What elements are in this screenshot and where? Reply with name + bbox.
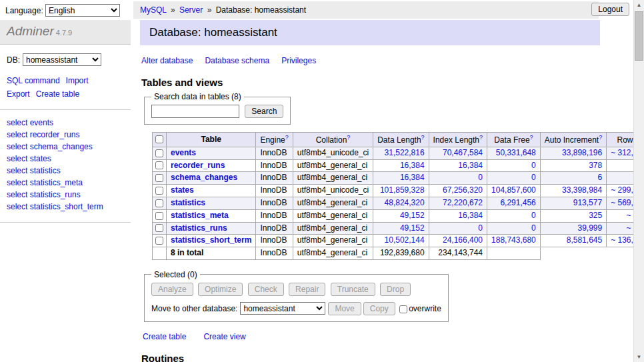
optimize-button[interactable]: Optimize <box>198 283 243 296</box>
auto-increment-link[interactable]: 325 <box>589 211 602 220</box>
data-free-link[interactable]: 188,743,680 <box>491 235 536 245</box>
scrollbar-thumb[interactable] <box>635 11 643 61</box>
table-name-link[interactable]: states <box>171 185 194 195</box>
sidebar-table-link[interactable]: select statistics_runs <box>7 189 124 201</box>
create-view-link[interactable]: Create view <box>203 332 245 341</box>
column-help-link[interactable]: ? <box>421 134 425 141</box>
column-help-link[interactable]: ? <box>479 134 483 141</box>
search-button[interactable]: Search <box>245 105 283 118</box>
data-free-link[interactable]: 0 <box>531 211 536 220</box>
copy-button[interactable]: Copy <box>363 302 395 315</box>
auto-increment-link[interactable]: 39,999 <box>577 223 602 233</box>
data-free-link[interactable]: 0 <box>531 223 536 233</box>
engine-cell: InnoDB <box>256 235 293 247</box>
search-input[interactable] <box>151 105 239 118</box>
overwrite-label[interactable]: overwrite <box>409 304 441 313</box>
sidebar-table-link[interactable]: select statistics_short_term <box>7 201 124 213</box>
data-length-link[interactable]: 49,152 <box>400 211 425 220</box>
table-name-link[interactable]: schema_changes <box>171 173 237 182</box>
sidebar-link-export[interactable]: Export <box>7 89 30 99</box>
select-all-checkbox[interactable] <box>155 135 163 143</box>
auto-increment-link[interactable]: 378 <box>589 161 602 170</box>
table-name-link[interactable]: statistics_meta <box>171 211 229 220</box>
overwrite-checkbox[interactable] <box>399 305 407 313</box>
index-length-link[interactable]: 0 <box>478 223 483 233</box>
sidebar-table-link[interactable]: select statistics_meta <box>7 177 124 189</box>
row-checkbox[interactable] <box>155 212 163 220</box>
check-button[interactable]: Check <box>248 283 284 296</box>
row-checkbox[interactable] <box>155 187 163 195</box>
table-name-link[interactable]: statistics_short_term <box>171 235 251 245</box>
app-name[interactable]: Adminer <box>7 24 54 38</box>
row-checkbox[interactable] <box>155 199 163 207</box>
auto-increment-link[interactable]: 8,581,645 <box>567 235 602 245</box>
row-checkbox[interactable] <box>155 224 163 232</box>
index-length-link[interactable]: 0 <box>478 173 483 182</box>
breadcrumb-server-link[interactable]: Server <box>179 5 203 15</box>
table-name-link[interactable]: recorder_runs <box>171 161 225 170</box>
data-free-link[interactable]: 0 <box>531 161 536 170</box>
db-select[interactable]: homeassistant <box>23 53 101 66</box>
privileges-link[interactable]: Privileges <box>281 56 316 65</box>
truncate-button[interactable]: Truncate <box>331 283 375 296</box>
table-name-link[interactable]: statistics <box>171 198 205 207</box>
table-row: statistics_short_termInnoDButf8mb4_gener… <box>153 235 644 247</box>
row-checkbox[interactable] <box>155 161 163 169</box>
auto-increment-link[interactable]: 33,398,984 <box>562 185 602 195</box>
data-length-link[interactable]: 49,152 <box>400 223 425 233</box>
breadcrumb-mysql-link[interactable]: MySQL <box>140 5 167 15</box>
logout-button[interactable]: Logout <box>591 3 629 16</box>
data-free-link[interactable]: 6,291,456 <box>500 198 535 207</box>
index-length-link[interactable]: 24,166,400 <box>443 235 483 245</box>
sidebar-link-create-table[interactable]: Create table <box>36 89 79 99</box>
vertical-scrollbar[interactable]: ▲ ▼ <box>633 0 644 362</box>
table-name-link[interactable]: statistics_runs <box>171 223 227 233</box>
data-free-link[interactable]: 50,331,648 <box>496 148 536 157</box>
auto-increment-link[interactable]: 913,577 <box>573 198 602 207</box>
data-length-link[interactable]: 31,522,816 <box>385 148 425 157</box>
index-length-link[interactable]: 70,467,584 <box>443 148 483 157</box>
database-schema-link[interactable]: Database schema <box>205 56 269 65</box>
engine-cell: InnoDB <box>256 159 293 172</box>
sidebar-link-import[interactable]: Import <box>66 76 89 85</box>
index-length-link[interactable]: 16,384 <box>458 211 483 220</box>
collation-cell: utf8mb4_general_ci <box>293 197 373 209</box>
sidebar-table-link[interactable]: select recorder_runs <box>7 129 124 141</box>
data-free-link[interactable]: 0 <box>531 173 536 182</box>
column-help-link[interactable]: ? <box>347 134 350 141</box>
move-button[interactable]: Move <box>328 302 361 315</box>
data-length-link[interactable]: 101,859,328 <box>380 185 425 195</box>
data-free-link[interactable]: 104,857,600 <box>491 185 536 195</box>
analyze-button[interactable]: Analyze <box>151 283 193 296</box>
column-help-link[interactable]: ? <box>599 134 602 141</box>
scroll-down-arrow-icon[interactable]: ▼ <box>634 352 644 362</box>
column-help-link[interactable]: ? <box>530 134 533 141</box>
auto-increment-link[interactable]: 6 <box>597 173 602 182</box>
row-checkbox[interactable] <box>155 149 163 157</box>
language-select[interactable]: English <box>45 4 120 17</box>
index-length-link[interactable]: 72,220,672 <box>443 198 483 207</box>
sidebar-table-link[interactable]: select statistics <box>7 165 124 177</box>
repair-button[interactable]: Repair <box>289 283 325 296</box>
move-db-select[interactable]: homeassistant <box>240 302 325 315</box>
sidebar-table-link[interactable]: select schema_changes <box>7 141 124 153</box>
sidebar-table-link[interactable]: select events <box>7 117 124 129</box>
sidebar-table-link[interactable]: select states <box>7 153 124 165</box>
index-length-link[interactable]: 67,256,320 <box>443 185 483 195</box>
row-checkbox[interactable] <box>155 237 163 245</box>
row-checkbox[interactable] <box>155 174 163 182</box>
data-length-link[interactable]: 10,502,144 <box>385 235 425 245</box>
data-length-link[interactable]: 16,384 <box>400 173 425 182</box>
sidebar-link-sql-command[interactable]: SQL command <box>7 76 60 85</box>
data-length-link[interactable]: 48,824,320 <box>385 198 425 207</box>
table-name-link[interactable]: events <box>171 148 196 157</box>
index-length-link[interactable]: 16,384 <box>458 161 483 170</box>
create-table-link[interactable]: Create table <box>143 332 186 341</box>
language-control: Language: English <box>5 4 120 17</box>
scroll-up-arrow-icon[interactable]: ▲ <box>634 0 644 10</box>
drop-button[interactable]: Drop <box>380 283 411 296</box>
column-help-link[interactable]: ? <box>285 134 289 141</box>
auto-increment-link[interactable]: 33,898,196 <box>562 148 602 157</box>
alter-database-link[interactable]: Alter database <box>141 56 193 65</box>
data-length-link[interactable]: 16,384 <box>400 161 425 170</box>
